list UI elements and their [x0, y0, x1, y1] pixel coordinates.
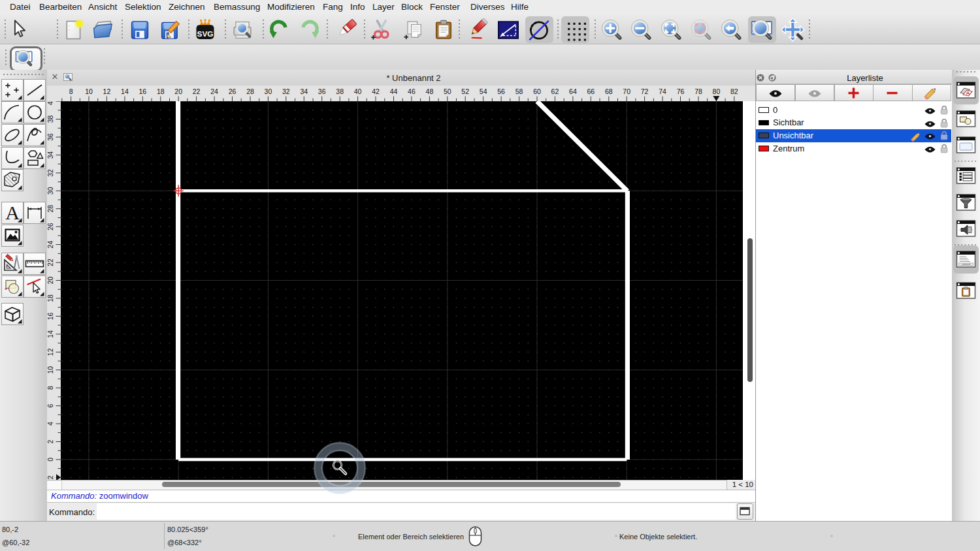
svg-text:32: 32 [47, 169, 54, 177]
svg-text:60: 60 [533, 87, 541, 95]
svg-text:2: 2 [47, 475, 54, 479]
svg-text:26: 26 [47, 223, 54, 230]
svg-text:30: 30 [265, 87, 272, 95]
svg-text:64: 64 [569, 87, 577, 95]
svg-text:34: 34 [47, 151, 54, 159]
svg-text:22: 22 [47, 259, 54, 266]
svg-text:24: 24 [210, 87, 218, 95]
svg-text:20: 20 [174, 87, 182, 95]
svg-text:10: 10 [47, 366, 54, 374]
svg-text:32: 32 [282, 87, 290, 95]
svg-text:42: 42 [372, 87, 380, 95]
svg-text:12: 12 [103, 87, 111, 95]
svg-text:0: 0 [47, 458, 54, 462]
svg-text:66: 66 [587, 87, 595, 95]
svg-text:70: 70 [623, 87, 630, 95]
svg-text:8: 8 [47, 386, 54, 390]
svg-text:56: 56 [497, 87, 505, 95]
svg-text:76: 76 [677, 87, 685, 95]
svg-text:54: 54 [480, 87, 487, 95]
svg-text:52: 52 [461, 87, 469, 95]
svg-text:46: 46 [408, 87, 416, 95]
svg-text:30: 30 [47, 187, 54, 195]
svg-text:10: 10 [85, 87, 93, 95]
svg-text:50: 50 [444, 87, 451, 95]
svg-text:68: 68 [605, 87, 613, 95]
svg-text:28: 28 [246, 87, 254, 95]
svg-text:40: 40 [354, 87, 362, 95]
svg-text:44: 44 [390, 87, 398, 95]
svg-text:38: 38 [336, 87, 344, 95]
svg-text:2: 2 [47, 439, 54, 443]
svg-text:16: 16 [139, 87, 146, 95]
svg-text:22: 22 [193, 87, 201, 95]
svg-text:48: 48 [426, 87, 434, 95]
svg-text:40: 40 [47, 101, 54, 105]
svg-text:8: 8 [69, 87, 73, 95]
svg-text:SVG: SVG [197, 29, 214, 39]
svg-text:26: 26 [229, 87, 237, 95]
svg-text:80: 80 [713, 87, 721, 95]
svg-text:command: command [962, 263, 971, 266]
svg-text:38: 38 [47, 116, 54, 123]
svg-text:14: 14 [47, 330, 54, 338]
svg-text:24: 24 [47, 241, 54, 249]
svg-text:36: 36 [47, 133, 54, 141]
svg-text:78: 78 [694, 87, 702, 95]
svg-text:12: 12 [47, 348, 54, 356]
svg-text:14: 14 [121, 87, 129, 95]
svg-text:28: 28 [47, 205, 54, 213]
svg-text:A: A [5, 202, 20, 223]
svg-text:20: 20 [47, 277, 54, 285]
svg-text:62: 62 [551, 87, 559, 95]
svg-text:74: 74 [659, 87, 666, 95]
svg-text:82: 82 [730, 87, 738, 95]
svg-text:18: 18 [47, 294, 54, 302]
svg-text:36: 36 [318, 87, 326, 95]
svg-text:34: 34 [300, 87, 308, 95]
svg-text:58: 58 [515, 87, 523, 95]
svg-text:16: 16 [47, 312, 54, 320]
svg-text:6: 6 [47, 404, 54, 408]
svg-text:18: 18 [157, 87, 165, 95]
svg-text:72: 72 [641, 87, 649, 95]
svg-text:4: 4 [47, 422, 54, 426]
